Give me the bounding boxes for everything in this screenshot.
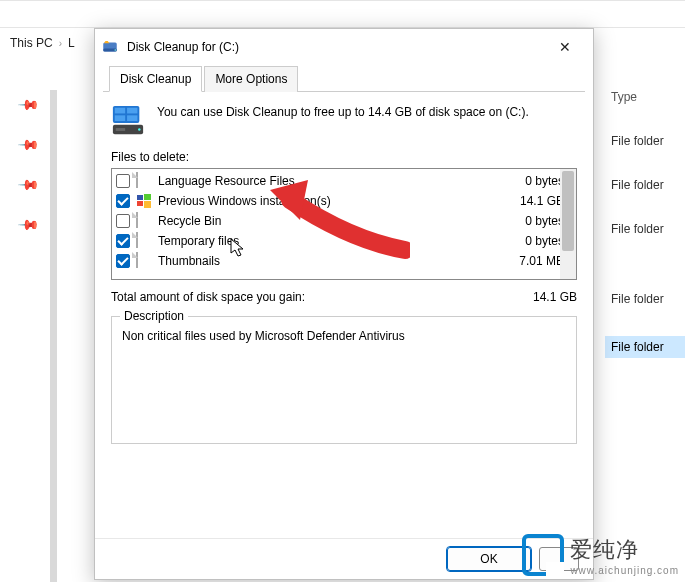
checkbox[interactable] — [116, 254, 130, 268]
type-column: Type File folder File folder File folder… — [605, 90, 685, 358]
type-value: File folder — [611, 134, 685, 148]
tab-more-options[interactable]: More Options — [204, 66, 298, 92]
file-icon — [136, 213, 152, 229]
svg-rect-11 — [137, 195, 143, 200]
pin-icon: 📌 — [17, 132, 40, 155]
svg-rect-4 — [115, 108, 125, 114]
intro-text: You can use Disk Cleanup to free up to 1… — [157, 104, 529, 138]
files-to-delete-label: Files to delete: — [111, 150, 577, 164]
pin-icon: 📌 — [17, 172, 40, 195]
watermark-url: www.aichunjing.com — [570, 565, 679, 576]
tabs: Disk Cleanup More Options — [103, 65, 585, 92]
list-item[interactable]: Language Resource Files 0 bytes — [112, 171, 576, 191]
button-bar: OK — [95, 538, 593, 579]
ok-button[interactable]: OK — [447, 547, 531, 571]
checkbox[interactable] — [116, 214, 130, 228]
close-icon: ✕ — [559, 39, 571, 55]
svg-rect-14 — [144, 201, 151, 208]
total-value: 14.1 GB — [533, 290, 577, 304]
column-header-type[interactable]: Type — [611, 90, 685, 104]
item-name: Language Resource Files — [158, 174, 519, 188]
disk-cleanup-icon — [101, 38, 119, 56]
svg-rect-13 — [137, 201, 143, 206]
scrollbar-thumb[interactable] — [562, 171, 574, 251]
list-item[interactable]: Recycle Bin 0 bytes — [112, 211, 576, 231]
checkbox[interactable] — [116, 194, 130, 208]
drive-icon — [111, 104, 145, 138]
total-row: Total amount of disk space you gain: 14.… — [111, 290, 577, 304]
file-icon — [136, 253, 152, 269]
svg-rect-5 — [127, 108, 137, 114]
breadcrumb-item[interactable]: L — [68, 36, 75, 50]
file-list[interactable]: Language Resource Files 0 bytes Previous… — [111, 168, 577, 280]
windows-icon — [136, 193, 152, 209]
svg-rect-10 — [116, 128, 125, 131]
dialog-title: Disk Cleanup for (C:) — [127, 40, 535, 54]
type-value-selected[interactable]: File folder — [605, 336, 685, 358]
file-icon — [136, 233, 152, 249]
file-icon — [136, 173, 152, 189]
pin-icon: 📌 — [17, 212, 40, 235]
type-value: File folder — [611, 222, 685, 236]
svg-rect-12 — [144, 194, 151, 200]
item-name: Temporary files — [158, 234, 519, 248]
total-label: Total amount of disk space you gain: — [111, 290, 533, 304]
watermark: 爱纯净 www.aichunjing.com — [522, 534, 679, 576]
pinned-sidebar: 📌 📌 📌 📌 — [20, 96, 37, 232]
background-toolbar — [0, 0, 685, 28]
svg-rect-7 — [127, 115, 137, 121]
list-item[interactable]: Temporary files 0 bytes — [112, 231, 576, 251]
list-item[interactable]: Thumbnails 7.01 MB — [112, 251, 576, 271]
description-group: Description Non critical files used by M… — [111, 316, 577, 444]
type-value: File folder — [611, 178, 685, 192]
intro-row: You can use Disk Cleanup to free up to 1… — [111, 104, 577, 138]
close-button[interactable]: ✕ — [543, 31, 587, 63]
tab-disk-cleanup[interactable]: Disk Cleanup — [109, 66, 202, 92]
svg-rect-6 — [115, 115, 125, 121]
svg-point-2 — [115, 49, 117, 51]
checkbox[interactable] — [116, 234, 130, 248]
checkbox[interactable] — [116, 174, 130, 188]
description-label: Description — [120, 309, 188, 323]
item-name: Thumbnails — [158, 254, 513, 268]
description-text: Non critical files used by Microsoft Def… — [122, 329, 566, 343]
dialog-content: You can use Disk Cleanup to free up to 1… — [95, 92, 593, 538]
type-value: File folder — [611, 292, 685, 306]
sidebar-divider — [50, 90, 57, 582]
item-name: Previous Windows installation(s) — [158, 194, 514, 208]
svg-point-9 — [138, 128, 140, 130]
list-item[interactable]: Previous Windows installation(s) 14.1 GB — [112, 191, 576, 211]
pin-icon: 📌 — [17, 92, 40, 115]
scrollbar[interactable] — [560, 169, 576, 279]
titlebar[interactable]: Disk Cleanup for (C:) ✕ — [95, 29, 593, 65]
watermark-text: 爱纯净 — [570, 535, 679, 565]
breadcrumb[interactable]: This PC › L — [10, 36, 75, 50]
chevron-right-icon: › — [59, 38, 62, 49]
watermark-logo-icon — [522, 534, 564, 576]
item-name: Recycle Bin — [158, 214, 519, 228]
breadcrumb-item[interactable]: This PC — [10, 36, 53, 50]
disk-cleanup-dialog: Disk Cleanup for (C:) ✕ Disk Cleanup Mor… — [94, 28, 594, 580]
